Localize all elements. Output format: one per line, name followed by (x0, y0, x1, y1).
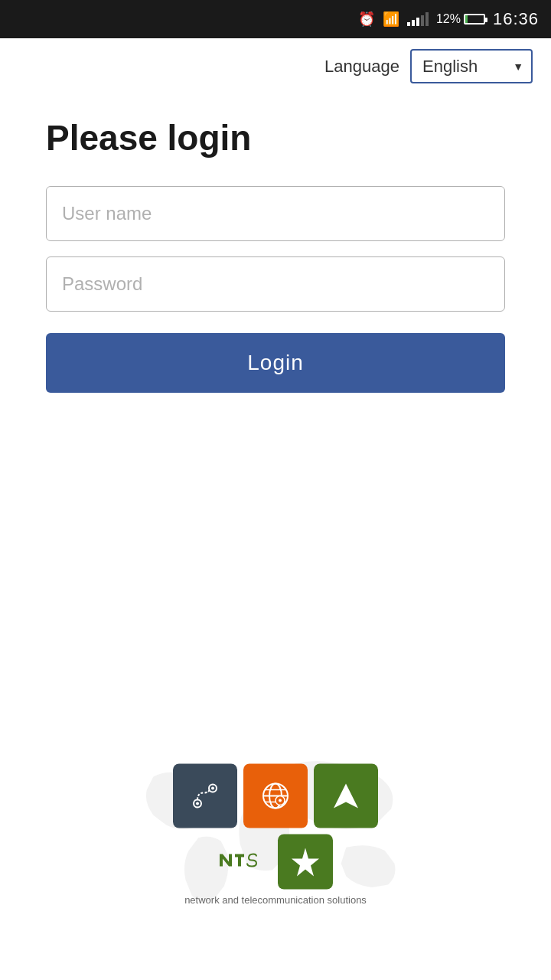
battery-percent: 12% (436, 12, 485, 26)
language-label: Language (324, 57, 399, 77)
status-time: 16:36 (493, 9, 539, 29)
password-input[interactable] (46, 256, 505, 312)
logo-container: network and telecommunication solutions (115, 720, 436, 949)
language-selector[interactable]: English Deutsch Français Español (410, 49, 533, 83)
signal-icon (407, 12, 429, 26)
page-title: Please login (46, 117, 505, 158)
svg-point-2 (196, 802, 199, 805)
wifi-icon: 📶 (383, 11, 399, 28)
battery-icon (464, 14, 485, 24)
main-content: Please login Login (0, 94, 551, 674)
svg-point-3 (211, 787, 214, 790)
username-input[interactable] (46, 186, 505, 241)
language-row: Language English Deutsch Français Españo… (0, 38, 551, 94)
globe-icon-box (243, 764, 308, 828)
star-icon-box (278, 835, 333, 890)
nts-tagline: network and telecommunication solutions (184, 894, 367, 906)
logo-area: network and telecommunication solutions (0, 674, 551, 980)
navigate-icon-box (314, 764, 378, 828)
icon-row-bottom (218, 831, 333, 890)
status-bar: ⏰ 📶 12% 16:36 (0, 0, 551, 38)
brand-icons: network and telecommunication solutions (173, 764, 378, 906)
svg-marker-11 (334, 784, 358, 808)
login-button[interactable]: Login (46, 333, 505, 393)
icon-row-top (173, 764, 378, 828)
nts-logo (218, 835, 333, 890)
nts-text (218, 848, 272, 876)
svg-marker-12 (292, 848, 319, 877)
language-dropdown[interactable]: English Deutsch Français Español (410, 49, 533, 83)
svg-point-10 (279, 799, 282, 802)
alarm-icon: ⏰ (358, 11, 375, 28)
route-icon-box (173, 764, 237, 828)
